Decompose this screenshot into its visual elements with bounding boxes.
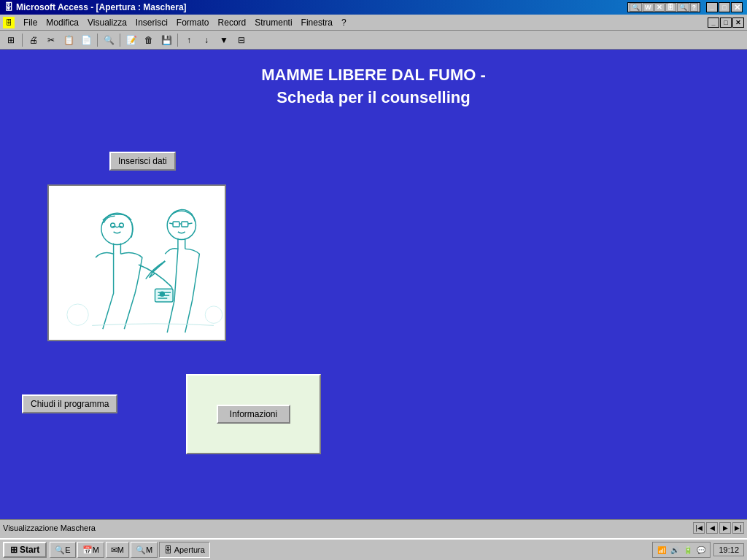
inserisci-dati-button[interactable]: Inserisci dati [109,152,176,171]
separator-3 [120,34,120,47]
inner-minimize-button[interactable]: _ [708,18,719,28]
form-title: MAMME LIBERE DAL FUMO - Scheda per il co… [0,50,747,109]
status-bar: Visualizzazione Maschera |◀ ◀ ▶ ▶| [0,519,747,535]
tb-filter-apply-btn[interactable]: ⊟ [233,33,249,47]
nav-first[interactable]: |◀ [693,522,705,534]
chiudi-programma-button[interactable]: Chiudi il programma [22,394,117,413]
taskbar: ⊞ Start 🔍E 📅M ✉M 🔍M 🗄 Apertura 📶 🔊 🔋 💬 1… [0,538,747,560]
tb-find-btn[interactable]: 🔍 [101,33,117,47]
menu-visualizza[interactable]: Visualizza [83,16,131,29]
tb-filter-btn[interactable]: ▼ [216,33,232,47]
systray-battery: 🔋 [682,544,694,556]
menu-modifica[interactable]: Modifica [42,16,83,29]
menu-file[interactable]: File [19,16,42,29]
clock: 19:12 [713,543,744,556]
taskbar-email[interactable]: ✉M [106,542,129,558]
systray-msg: 💬 [695,544,707,556]
tb-sort-asc-btn[interactable]: ↑ [181,33,197,47]
inner-restore-button[interactable]: □ [720,18,732,28]
taskbar-access[interactable]: 🗄 Apertura [159,542,210,558]
nav-buttons: |◀ ◀ ▶ ▶| [693,522,744,534]
system-tray: 📶 🔊 🔋 💬 [652,542,711,558]
separator-2 [97,34,98,47]
form-area: MAMME LIBERE DAL FUMO - Scheda per il co… [0,50,747,519]
tb-copy-btn[interactable]: 📋 [61,33,77,47]
menu-finestra[interactable]: Finestra [297,16,337,29]
menu-icon: 🗄 [3,17,15,28]
status-text: Visualizzazione Maschera [3,524,693,532]
svg-line-13 [169,223,173,224]
separator-4 [177,34,178,47]
taskbar-items: 🔍E 📅M ✉M 🔍M 🗄 Apertura [50,542,649,558]
tb-new-btn[interactable]: 📝 [123,33,139,47]
tb-paste-btn[interactable]: 📄 [78,33,94,47]
nav-next[interactable]: ▶ [719,522,731,534]
tb-cut-btn[interactable]: ✂ [43,33,59,47]
minimize-button[interactable]: _ [706,2,718,12]
window-controls[interactable]: 🔍 W ✕ 🗄 🔍 ? _ □ ✕ [627,2,743,12]
taskbar-calendar[interactable]: 📅M [77,542,104,558]
maximize-button[interactable]: □ [719,2,730,12]
app-icon: 🗄 [4,2,13,12]
tb-save-btn[interactable]: 💾 [158,33,174,47]
menu-help[interactable]: ? [337,16,351,29]
windows-icon: ⊞ [10,545,18,555]
menu-bar: 🗄 File Modifica Visualizza Inserisci For… [0,15,747,31]
svg-line-14 [188,223,193,224]
taskbar-find[interactable]: 🔍M [131,542,158,558]
tb-print-btn[interactable]: 🖨 [26,33,42,47]
systray-network: 📶 [656,544,667,556]
svg-point-8 [160,292,164,296]
menu-strumenti[interactable]: Strumenti [250,16,296,29]
form-title-line1: MAMME LIBERE DAL FUMO - [0,64,747,87]
start-label: Start [20,545,39,555]
nav-last[interactable]: ▶| [732,522,744,534]
informazioni-panel: Informazioni [186,374,321,454]
counselling-illustration [49,186,225,340]
inner-close-button[interactable]: ✕ [732,18,744,28]
title-toolbar-icons: 🔍 W ✕ 🗄 🔍 ? [627,2,700,12]
title-bar: 🗄 Microsoft Access - [Apertura : Mascher… [0,0,747,15]
menu-items: File Modifica Visualizza Inserisci Forma… [19,16,351,29]
illustration-image [47,184,226,341]
systray-volume: 🔊 [669,544,681,556]
menu-record[interactable]: Record [214,16,251,29]
separator-1 [22,34,23,47]
informazioni-button[interactable]: Informazioni [217,405,290,424]
tb-delete-btn[interactable]: 🗑 [141,33,157,47]
nav-prev[interactable]: ◀ [706,522,718,534]
close-button[interactable]: ✕ [731,2,743,12]
menu-inserisci[interactable]: Inserisci [131,16,172,29]
window-title: Microsoft Access - [Apertura : Maschera] [16,2,187,12]
tb-sort-desc-btn[interactable]: ↓ [198,33,214,47]
tb-view-btn[interactable]: ⊞ [3,33,19,47]
toolbar: ⊞ 🖨 ✂ 📋 📄 🔍 📝 🗑 💾 ↑ ↓ ▼ ⊟ [0,31,747,50]
form-title-line2: Scheda per il counselling [0,87,747,109]
menu-formato[interactable]: Formato [172,16,214,29]
start-button[interactable]: ⊞ Start [3,542,47,558]
taskbar-search[interactable]: 🔍E [50,542,75,558]
